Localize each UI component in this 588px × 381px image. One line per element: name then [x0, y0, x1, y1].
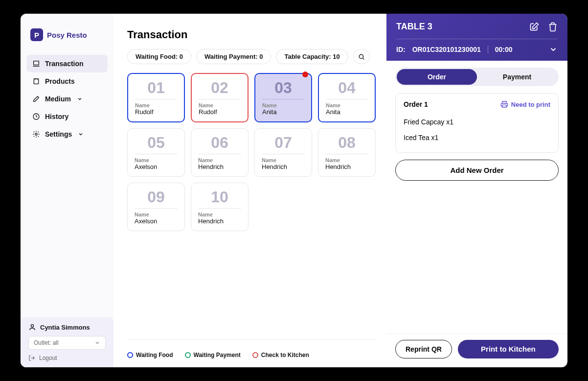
notification-dot: [302, 71, 308, 77]
chevron-down-icon: [78, 131, 84, 137]
reprint-qr-button[interactable]: Reprint QR: [395, 340, 452, 358]
tablet-frame: P Posy Resto Transaction Products Medi: [0, 0, 588, 381]
panel-footer: Reprint QR Print to Kitchen: [386, 333, 567, 367]
box-icon: [32, 77, 40, 85]
table-number: 08: [325, 134, 368, 154]
order-card: Order 1 Need to print Fried Capcay x1Ice…: [395, 93, 559, 153]
logout-icon: [28, 355, 35, 361]
outlet-select[interactable]: Outlet: all: [28, 336, 106, 350]
sidebar-item-label: Medium: [45, 95, 71, 103]
table-name-value: Hendrich: [198, 217, 241, 225]
order-title: Order 1: [404, 100, 428, 108]
table-card-08[interactable]: 08NameHendrich: [318, 128, 376, 177]
trash-icon: [548, 22, 558, 32]
table-name-label: Name: [198, 157, 241, 163]
legend-waiting-food: Waiting Food: [127, 352, 173, 358]
filter-table-capacity[interactable]: Table Capacity: 10: [276, 49, 348, 64]
tab-segmented: Order Payment: [395, 68, 559, 86]
table-card-03[interactable]: 03NameAnita: [254, 73, 312, 122]
table-name-label: Name: [326, 102, 368, 108]
delete-button[interactable]: [548, 22, 558, 32]
divider: [488, 46, 488, 53]
user-line: Cyntia Simmons: [28, 323, 106, 331]
chevron-down-icon: [549, 45, 558, 54]
filter-row: Waiting Food: 0 Waiting Payment: 0 Table…: [127, 49, 376, 64]
sidebar-item-label: Settings: [45, 130, 72, 138]
tables-grid: 01NameRudolf02NameRudolf03NameAnita04Nam…: [127, 73, 376, 231]
svg-rect-1: [34, 79, 38, 84]
table-card-01[interactable]: 01NameRudolf: [127, 73, 185, 122]
table-name-label: Name: [262, 102, 304, 108]
table-card-09[interactable]: 09NameAxelson: [127, 183, 185, 231]
legend-waiting-payment: Waiting Payment: [185, 352, 241, 358]
logo-badge: P: [30, 28, 43, 41]
table-name-label: Name: [135, 102, 177, 108]
sidebar-item-products[interactable]: Products: [26, 72, 108, 90]
user-name: Cyntia Simmons: [40, 324, 90, 331]
table-name-label: Name: [135, 157, 178, 163]
table-name-value: Anita: [262, 108, 304, 116]
table-name-label: Name: [262, 157, 305, 163]
print-tag[interactable]: Need to print: [500, 100, 550, 108]
screen: P Posy Resto Transaction Products Medi: [21, 14, 567, 367]
table-name-label: Name: [199, 102, 241, 108]
panel-body: Order Payment Order 1 Need to print Frie: [386, 61, 567, 333]
search-button[interactable]: [353, 49, 370, 64]
filter-waiting-payment[interactable]: Waiting Payment: 0: [196, 49, 271, 64]
edit-icon: [32, 95, 40, 103]
table-card-06[interactable]: 06NameHendrich: [191, 128, 249, 177]
print-tag-label: Need to print: [511, 101, 550, 108]
panel-id-row[interactable]: ID: OR01C320101230001 00:00: [396, 39, 558, 54]
table-name-value: Axelson: [135, 217, 178, 225]
main: Transaction Waiting Food: 0 Waiting Paym…: [113, 14, 386, 367]
order-time: 00:00: [495, 46, 513, 53]
logo: P Posy Resto: [26, 28, 108, 55]
sidebar-item-label: Products: [45, 77, 75, 85]
table-name-value: Hendrich: [325, 163, 368, 170]
sidebar-item-transaction[interactable]: Transaction: [26, 55, 108, 72]
svg-rect-0: [34, 61, 39, 65]
table-name-value: Axelson: [135, 163, 178, 170]
user-icon: [28, 323, 36, 331]
legend-check-kitchen: Check to Kitchen: [252, 352, 309, 358]
table-number: 09: [135, 188, 178, 209]
table-name-value: Hendrich: [262, 163, 305, 170]
table-name-value: Rudolf: [135, 108, 177, 116]
table-number: 10: [198, 188, 241, 209]
gear-icon: [32, 130, 40, 138]
table-card-07[interactable]: 07NameHendrich: [254, 128, 312, 177]
table-name-value: Rudolf: [199, 108, 241, 116]
outlet-value: Outlet: all: [34, 339, 59, 346]
logout-button[interactable]: Logout: [28, 355, 106, 361]
table-number: 03: [262, 79, 304, 99]
table-card-10[interactable]: 10NameHendrich: [191, 183, 249, 231]
legend-circle-red: [252, 352, 258, 358]
table-card-02[interactable]: 02NameRudolf: [191, 73, 249, 122]
sidebar-item-history[interactable]: History: [26, 108, 108, 125]
table-number: 05: [135, 134, 178, 154]
sidebar-item-medium[interactable]: Medium: [26, 90, 108, 108]
order-line: Iced Tea x1: [404, 130, 550, 145]
filter-waiting-food[interactable]: Waiting Food: 0: [127, 49, 191, 64]
edit-icon: [529, 22, 539, 32]
sidebar-item-label: History: [45, 113, 68, 120]
edit-button[interactable]: [529, 22, 539, 32]
print-to-kitchen-button[interactable]: Print to Kitchen: [458, 340, 559, 358]
table-number: 01: [135, 79, 177, 99]
tab-order[interactable]: Order: [397, 69, 477, 85]
printer-icon: [500, 100, 508, 108]
panel-title: TABLE 3: [396, 22, 432, 32]
sidebar-item-settings[interactable]: Settings: [26, 125, 108, 143]
register-icon: [32, 60, 40, 68]
tab-payment[interactable]: Payment: [477, 69, 557, 85]
chevron-down-icon: [77, 96, 83, 102]
table-name-label: Name: [198, 212, 241, 217]
table-card-04[interactable]: 04NameAnita: [318, 73, 376, 122]
add-new-order-button[interactable]: Add New Order: [395, 160, 559, 181]
legend-circle-green: [185, 352, 191, 358]
svg-point-5: [359, 54, 363, 58]
table-number: 04: [326, 79, 368, 99]
table-name-value: Anita: [326, 108, 368, 116]
table-card-05[interactable]: 05NameAxelson: [127, 128, 185, 177]
id-label: ID:: [396, 46, 406, 53]
